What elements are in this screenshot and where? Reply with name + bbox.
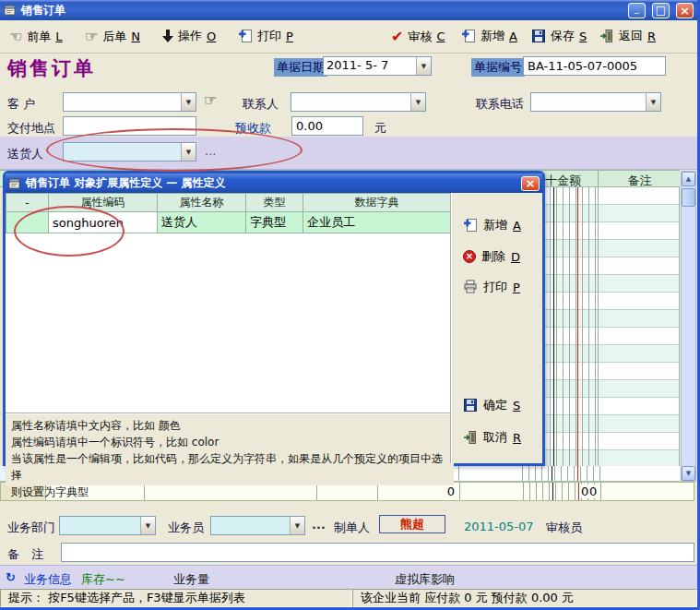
dropdown-arrow-icon[interactable] [181,143,196,161]
yuan-label: 元 [374,120,386,137]
grid-column-line [459,483,460,500]
scroll-down-button[interactable] [682,466,695,481]
page-title: 销售订单 [7,55,96,81]
minimize-button[interactable] [628,3,646,18]
dialog-ok-label: 确定 [483,397,507,413]
grid-body[interactable] [544,187,680,466]
dialog-ok-button[interactable]: 确定S [463,397,520,413]
print-page-icon [238,29,253,43]
vertical-scrollbar[interactable] [681,171,696,482]
phone-value [531,93,646,111]
number-field[interactable]: BA-11-05-07-0005 [523,56,666,76]
create-date: 2011-05-07 [464,520,534,533]
scrollbar-thumb[interactable] [682,188,695,207]
row-selector-cell[interactable] [6,212,49,233]
hint-line: 属性编码请填中一个标识符号，比如 color [11,434,448,450]
date-select[interactable]: 2011- 5- 7 [323,56,432,76]
print-label: 打印 [257,28,281,44]
sales-order-window: 销售订单 前单L 后单N 操作O 打印P 审核C [0,0,700,610]
place-field[interactable] [63,116,196,136]
print-button[interactable]: 打印P [238,28,293,44]
scroll-up-button[interactable] [682,172,695,186]
exit-door-icon [463,430,478,445]
salesman-more-button[interactable]: ... [312,518,326,532]
remark-field[interactable] [61,543,694,562]
attribute-row[interactable]: songhuoren 送货人 字典型 企业员工 [6,212,451,233]
new-button[interactable]: 新增A [461,28,517,44]
dialog-cancel-label: 取消 [483,429,507,446]
contact-select[interactable] [291,92,426,112]
attribute-table-header: - 属性编码 属性名称 类型 数据字典 [6,194,451,212]
prev-order-button[interactable]: 前单L [9,28,63,45]
attribute-name-cell[interactable]: 送货人 [158,212,246,233]
new-label: 新增 [481,28,504,44]
header-name: 属性名称 [158,194,246,212]
dialog-cancel-button[interactable]: 取消R [463,429,521,446]
ledger-red-line [577,466,578,481]
place-label: 交付地点 [7,120,55,137]
remark-label: 备 注 [7,546,43,563]
ledger-red-line [578,483,579,500]
attribute-type-cell[interactable]: 字典型 [246,212,303,233]
floppy-icon [531,29,546,43]
grid-column-line [598,171,599,188]
header-type: 类型 [246,194,303,212]
delete-circle-icon [463,250,476,263]
window-title: 销售订单 [21,3,65,18]
return-button[interactable]: 返回R [599,28,656,44]
dialog-body: - 属性编码 属性名称 类型 数据字典 songhuoren 送货人 字典型 企… [6,193,542,463]
dropdown-arrow-icon[interactable] [646,93,660,111]
operation-button[interactable]: 操作O [162,28,216,44]
dropdown-arrow-icon[interactable] [290,517,304,534]
next-order-button[interactable]: 后单N [85,28,140,45]
dialog-delete-button[interactable]: 删除D [463,248,520,265]
header-dict: 数据字典 [303,194,451,212]
dropdown-arrow-icon[interactable] [181,93,196,111]
creator-label: 制单人 [334,520,370,536]
prev-order-label: 前单 [27,29,51,45]
stock-label: 库存~~ [81,571,125,588]
save-label: 保存 [551,28,575,44]
status-hint-panel: 提示： 按F5键选择产品，F3键显示单据列表 [0,589,352,607]
customer-lookup-icon[interactable] [204,91,217,109]
grid-column-line [458,466,459,481]
operation-label: 操作 [178,28,202,44]
dialog-new-button[interactable]: 新增A [463,217,521,233]
new-page-icon [461,29,476,43]
hand-right-icon [85,28,98,45]
status-bar: 提示： 按F5键选择产品，F3键显示单据列表 该企业当前 应付款 0 元 预付款… [0,589,697,607]
advance-field[interactable]: 0.00 [291,116,363,136]
contact-value [291,93,410,111]
dept-select[interactable] [59,516,156,535]
dropdown-arrow-icon[interactable] [410,93,425,111]
dropdown-arrow-icon[interactable] [416,57,431,75]
salesman-select[interactable] [210,516,305,535]
audit-button[interactable]: 审核C [391,28,445,45]
ledger-black-line [552,466,552,481]
contact-label: 联系人 [243,96,279,113]
save-button[interactable]: 保存S [531,28,587,44]
date-value: 2011- 5- 7 [324,57,416,75]
deliverer-select[interactable] [63,142,196,161]
deliverer-more-button[interactable]: ... [205,144,216,158]
dropdown-arrow-icon[interactable] [140,517,155,534]
advance-label: 预收款 [235,120,271,137]
phone-select[interactable] [530,92,661,112]
dialog-hint-text: 属性名称请填中文内容，比如 颜色 属性编码请填中一个标识符号，比如 color … [6,413,454,485]
business-info-label: 业务信息 [24,571,72,588]
number-label: 单据编号 [471,58,525,77]
dialog-print-button[interactable]: 打印P [463,279,520,295]
grid-column-line [599,466,600,481]
header-selector: - [6,194,49,212]
close-button[interactable] [676,3,694,18]
salesman-label: 业务员 [168,520,204,536]
total-amount-fen: 0 [588,484,598,498]
dialog-close-button[interactable] [521,176,540,191]
refresh-icon[interactable] [6,570,16,584]
maximize-button[interactable] [652,3,670,18]
return-label: 返回 [619,28,643,44]
attribute-code-cell[interactable]: songhuoren [49,212,158,233]
customer-select[interactable] [63,92,196,112]
dialog-print-label: 打印 [483,279,507,295]
attribute-dict-cell[interactable]: 企业员工 [303,212,451,233]
